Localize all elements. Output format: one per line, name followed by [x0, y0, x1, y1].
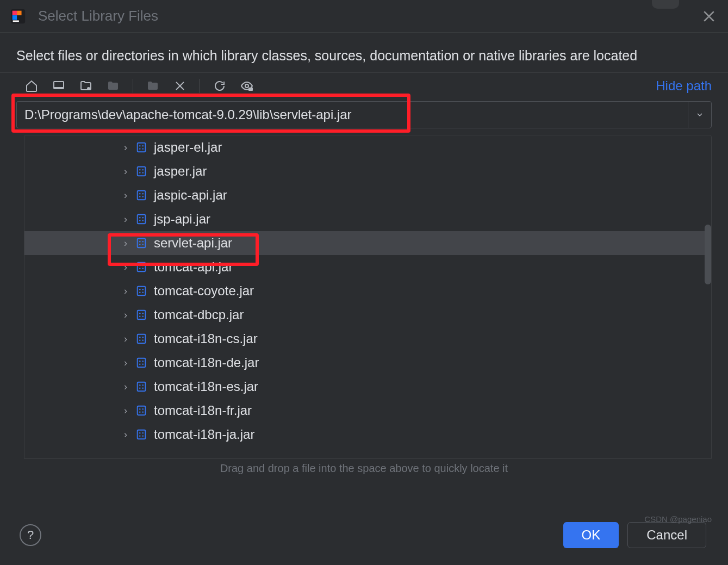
tree-item[interactable]: ›tomcat-i18n-de.jar [24, 351, 711, 375]
chevron-right-icon[interactable]: › [122, 381, 129, 393]
svg-rect-54 [138, 358, 146, 368]
hide-path-link[interactable]: Hide path [656, 78, 712, 94]
path-input[interactable] [16, 101, 688, 128]
svg-rect-24 [138, 215, 146, 224]
svg-point-48 [142, 315, 144, 317]
svg-point-36 [142, 265, 144, 266]
svg-point-25 [139, 217, 141, 219]
file-tree[interactable]: ›jasper-el.jar›jasper.jar›jaspic-api.jar… [24, 135, 712, 459]
jar-icon [135, 285, 147, 297]
svg-point-32 [139, 244, 141, 245]
chevron-right-icon[interactable]: › [122, 405, 129, 417]
toolbar-separator [200, 79, 200, 93]
svg-point-52 [139, 339, 141, 341]
tree-item[interactable]: ›tomcat-api.jar [24, 255, 711, 279]
chevron-right-icon[interactable]: › [122, 166, 129, 177]
tree-item-label: jaspic-api.jar [154, 188, 227, 203]
refresh-icon[interactable] [212, 78, 227, 94]
svg-point-30 [139, 241, 141, 243]
jar-icon [135, 165, 147, 177]
path-field-row [16, 101, 712, 128]
svg-point-55 [139, 361, 141, 362]
desktop-icon[interactable] [51, 78, 66, 94]
cancel-button[interactable]: Cancel [627, 522, 706, 548]
dialog-footer: ? OK Cancel [0, 505, 728, 565]
help-button[interactable]: ? [20, 524, 41, 546]
ok-button[interactable]: OK [563, 522, 619, 548]
dialog-description: Select files or directories in which lib… [0, 33, 728, 72]
chevron-right-icon[interactable]: › [122, 238, 129, 249]
svg-point-38 [142, 268, 144, 269]
jar-icon [135, 261, 147, 273]
chevron-right-icon[interactable]: › [122, 262, 129, 273]
svg-point-62 [139, 387, 141, 389]
svg-point-51 [142, 337, 144, 338]
svg-point-26 [142, 217, 144, 219]
svg-point-28 [142, 220, 144, 221]
toolbar: Hide path [0, 73, 728, 97]
svg-rect-69 [138, 430, 146, 439]
tree-item[interactable]: ›tomcat-dbcp.jar [24, 303, 711, 327]
chevron-right-icon[interactable]: › [122, 309, 129, 321]
svg-point-20 [139, 193, 141, 195]
svg-rect-44 [138, 311, 146, 320]
chevron-right-icon[interactable]: › [122, 333, 129, 345]
svg-rect-39 [138, 287, 146, 296]
show-hidden-icon[interactable] [239, 78, 254, 94]
tree-item[interactable]: ›tomcat-i18n-fr.jar [24, 399, 711, 423]
home-icon[interactable] [24, 78, 39, 94]
tree-item[interactable]: ›tomcat-i18n-ja.jar [24, 423, 711, 446]
delete-icon[interactable] [172, 78, 188, 94]
tree-item-label: jsp-api.jar [154, 212, 210, 227]
tree-item[interactable]: ›jasper-el.jar [24, 135, 711, 159]
path-dropdown-button[interactable] [688, 101, 712, 128]
chevron-right-icon[interactable]: › [122, 190, 129, 201]
tree-item[interactable]: ›jsp-api.jar [24, 207, 711, 231]
tree-item-label: jasper-el.jar [154, 140, 222, 155]
jar-icon [135, 189, 147, 201]
tree-item-label: tomcat-i18n-ja.jar [154, 427, 254, 442]
svg-point-53 [142, 339, 144, 341]
tree-item[interactable]: ›tomcat-coyote.jar [24, 279, 711, 303]
svg-point-31 [142, 241, 144, 243]
chevron-right-icon[interactable]: › [122, 214, 129, 225]
project-folder-icon[interactable] [78, 78, 94, 94]
svg-point-61 [142, 384, 144, 386]
svg-point-40 [139, 289, 141, 290]
svg-rect-1 [13, 10, 17, 15]
close-icon[interactable] [701, 8, 717, 24]
svg-rect-49 [138, 334, 146, 344]
svg-point-12 [139, 148, 141, 150]
jar-icon [135, 333, 147, 345]
svg-point-45 [139, 313, 141, 314]
intellij-icon [10, 8, 26, 24]
chevron-right-icon[interactable]: › [122, 142, 129, 153]
svg-point-73 [142, 435, 144, 437]
svg-point-60 [139, 384, 141, 386]
svg-point-42 [139, 291, 141, 293]
svg-rect-29 [138, 239, 146, 248]
tree-item[interactable]: ›jaspic-api.jar [24, 183, 711, 207]
chevron-right-icon[interactable]: › [122, 357, 129, 369]
svg-point-16 [142, 169, 144, 171]
svg-point-68 [142, 411, 144, 413]
scrollbar-thumb[interactable] [705, 225, 711, 284]
svg-point-47 [139, 315, 141, 317]
tree-item[interactable]: ›tomcat-i18n-cs.jar [24, 327, 711, 351]
tree-item-label: tomcat-coyote.jar [154, 283, 254, 299]
tree-item-label: tomcat-i18n-fr.jar [154, 403, 252, 418]
svg-rect-8 [248, 88, 253, 91]
svg-point-58 [142, 363, 144, 365]
chevron-right-icon[interactable]: › [122, 429, 129, 440]
tree-item[interactable]: ›servlet-api.jar [24, 231, 711, 255]
tree-item[interactable]: ›jasper.jar [24, 159, 711, 183]
svg-point-43 [142, 291, 144, 293]
svg-rect-34 [138, 263, 146, 272]
svg-point-67 [139, 411, 141, 413]
chevron-right-icon[interactable]: › [122, 285, 129, 297]
tree-item[interactable]: ›tomcat-i18n-es.jar [24, 375, 711, 399]
svg-rect-64 [138, 406, 146, 415]
svg-point-50 [139, 337, 141, 338]
tree-item-label: tomcat-i18n-cs.jar [154, 331, 258, 346]
tree-item-label: jasper.jar [154, 164, 207, 179]
